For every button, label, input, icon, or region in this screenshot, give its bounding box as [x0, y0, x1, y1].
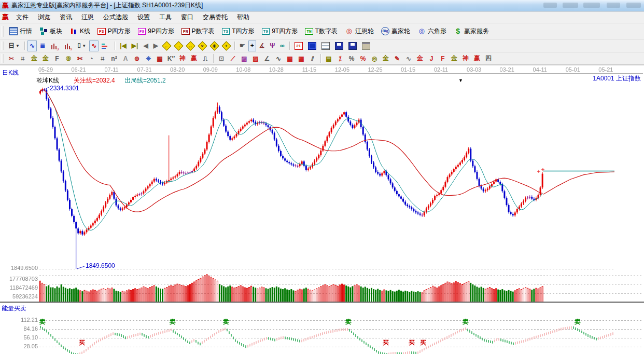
- first-bar-icon[interactable]: |◀: [118, 40, 129, 51]
- j-slant-icon[interactable]: J: [426, 53, 437, 64]
- diamond-x-icon[interactable]: ×: [197, 40, 208, 51]
- menu-item-4[interactable]: 公式选股: [99, 11, 133, 23]
- f-slant-icon[interactable]: F: [438, 53, 448, 64]
- diamond-star-icon[interactable]: ✳: [209, 40, 220, 51]
- win-slant-icon[interactable]: 赢: [472, 53, 482, 64]
- bars-9-icon[interactable]: [62, 40, 74, 51]
- notepad-icon[interactable]: [319, 40, 332, 51]
- slant-lines-icon[interactable]: ⫽: [307, 53, 318, 64]
- last-bar-icon[interactable]: ▶|: [130, 40, 141, 51]
- diamond-right-icon[interactable]: →: [173, 40, 184, 51]
- web-save-icon[interactable]: [346, 40, 359, 51]
- hash-ruler2-icon[interactable]: ⌗: [97, 53, 108, 64]
- box-measure-icon[interactable]: ⊡: [216, 53, 227, 64]
- red-grid-arrow-icon[interactable]: ▦: [296, 53, 306, 64]
- f-ruler-icon[interactable]: F: [52, 53, 62, 64]
- angle-measure-icon[interactable]: ∡: [257, 40, 267, 51]
- god-slant-icon[interactable]: 神: [460, 53, 471, 64]
- clock-cycle-icon[interactable]: ◔: [86, 53, 96, 64]
- gold-slant-icon[interactable]: 金: [449, 53, 459, 64]
- gold-gann2-icon[interactable]: 金: [40, 53, 51, 64]
- gold-gann-icon[interactable]: 金: [29, 53, 39, 64]
- service-button[interactable]: $赢家服务: [450, 24, 493, 38]
- n-squared-icon[interactable]: n²: [109, 53, 119, 64]
- magic-tool-icon[interactable]: Ψ: [268, 40, 277, 51]
- percent-icon[interactable]: %: [346, 53, 357, 64]
- computer-icon[interactable]: [360, 40, 372, 51]
- t9-square-button[interactable]: T99T四方形: [258, 24, 302, 38]
- red-pattern-icon[interactable]: ∿: [89, 40, 99, 51]
- menu-item-2[interactable]: 资讯: [55, 11, 77, 23]
- rays-box-icon[interactable]: ▨: [239, 53, 249, 64]
- period-day-dropdown[interactable]: 日▼: [6, 40, 22, 51]
- wave-check-icon[interactable]: ∿: [273, 53, 284, 64]
- t3-square-button[interactable]: T3T四方形: [218, 24, 258, 38]
- menu-item-5[interactable]: 设置: [133, 11, 155, 23]
- gold-circle-icon[interactable]: ◎: [369, 53, 380, 64]
- toolbar-grip[interactable]: [2, 26, 4, 37]
- knife-tool-icon[interactable]: ✂: [6, 53, 17, 64]
- win-char-icon[interactable]: 赢: [189, 53, 199, 64]
- kline-chart-canvas[interactable]: [0, 65, 644, 354]
- god-char-icon[interactable]: 神: [177, 53, 188, 64]
- four-slant-icon[interactable]: 四: [483, 53, 494, 64]
- kline-button[interactable]: K线: [66, 24, 94, 38]
- quotes-button[interactable]: 行情: [6, 24, 36, 38]
- line-percent-icon[interactable]: ⁒: [335, 53, 345, 64]
- diamond-cross-icon[interactable]: +: [221, 40, 232, 51]
- menu-item-6[interactable]: 工具: [155, 11, 176, 23]
- wave-a-icon[interactable]: ∿: [403, 53, 414, 64]
- menu-item-8[interactable]: 交易委托: [198, 11, 232, 23]
- candle-style-dropdown[interactable]: ⌷▼: [75, 40, 88, 51]
- star-burst-icon[interactable]: ✳: [143, 53, 153, 64]
- red-grid-icon[interactable]: ▦: [285, 53, 295, 64]
- sectors-button[interactable]: 板块: [36, 24, 66, 38]
- menu-item-1[interactable]: 浏览: [33, 11, 55, 23]
- rays-box2-icon[interactable]: ▨: [250, 53, 261, 64]
- pattern-brain-icon[interactable]: ∞: [278, 40, 287, 51]
- hexagon-button[interactable]: ◎六角形: [414, 24, 450, 38]
- gold-line-icon[interactable]: 金: [381, 53, 391, 64]
- gann-wheel-button[interactable]: ◎江恩轮: [341, 24, 377, 38]
- prev-bar-icon[interactable]: ◀: [141, 40, 150, 51]
- knife-hash-icon[interactable]: ✄: [75, 53, 85, 64]
- hand-pan-icon[interactable]: ☛: [237, 40, 247, 51]
- percent-under-icon[interactable]: %: [358, 53, 368, 64]
- calendar-icon[interactable]: 21: [292, 40, 305, 51]
- list-notes-icon[interactable]: ≣: [38, 40, 47, 51]
- p3-square-button[interactable]: P3P四方形: [94, 24, 134, 38]
- toolbar-grip[interactable]: [2, 42, 4, 50]
- diamond-hmove-icon[interactable]: ↔: [185, 40, 196, 51]
- gold-under-icon[interactable]: 金: [415, 53, 425, 64]
- menu-item-9[interactable]: 帮助: [232, 11, 254, 23]
- winner-wheel-button[interactable]: Big赢家轮: [377, 24, 414, 38]
- toolbar-grip[interactable]: [2, 54, 4, 62]
- target-cross-icon[interactable]: ⊕: [132, 53, 142, 64]
- rays-icon[interactable]: ⟋: [228, 53, 238, 64]
- diamond-left-icon[interactable]: ←: [161, 40, 172, 51]
- coil-9-icon[interactable]: ⑨: [63, 53, 74, 64]
- save-icon[interactable]: [333, 40, 345, 51]
- menu-item-7[interactable]: 窗口: [176, 11, 198, 23]
- angle-lines-icon[interactable]: ∠: [262, 53, 272, 64]
- calculator-icon[interactable]: [306, 40, 318, 51]
- p-number-button[interactable]: PNP数字表: [178, 24, 218, 38]
- brush-icon[interactable]: ✎: [392, 53, 402, 64]
- pane-divider[interactable]: [0, 302, 644, 304]
- hash-ruler-icon[interactable]: ⌗: [18, 53, 28, 64]
- menu-item-0[interactable]: 文件: [11, 11, 33, 23]
- crosshair-icon[interactable]: +: [248, 40, 256, 51]
- a-line-icon[interactable]: A: [120, 53, 131, 64]
- menu-item-3[interactable]: 江恩: [77, 11, 99, 23]
- zigzag-pattern-icon[interactable]: ∿: [27, 40, 37, 51]
- grid-target-icon[interactable]: ▦: [155, 53, 165, 64]
- k-quote-icon[interactable]: K″: [166, 53, 176, 64]
- table-percent-icon[interactable]: ▤: [324, 53, 334, 64]
- histogram-icon[interactable]: [100, 40, 112, 51]
- bars-3-icon[interactable]: [48, 40, 61, 51]
- t-number-button[interactable]: TNT数字表: [301, 24, 341, 38]
- date-axis-label: 05-01: [563, 66, 583, 73]
- p9-square-button[interactable]: P99P四方形: [134, 24, 178, 38]
- ruler-123-icon[interactable]: ⎍: [200, 53, 211, 64]
- next-bar-icon[interactable]: ▶: [151, 40, 160, 51]
